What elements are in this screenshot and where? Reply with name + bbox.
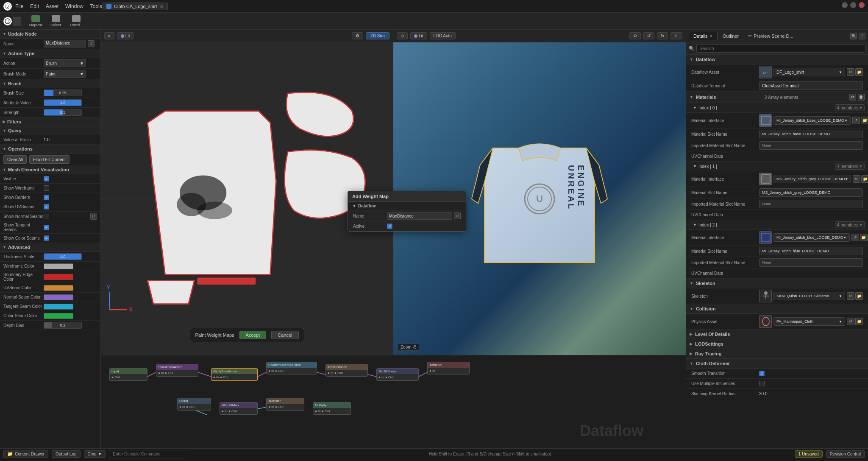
boundary-color-swatch[interactable] <box>44 274 73 280</box>
brush-header[interactable]: ▼ Brush <box>0 79 100 88</box>
node-b2[interactable]: WeightMap ● In ● Out <box>220 402 258 415</box>
dataflow-open-button[interactable]: 📁 <box>855 68 863 76</box>
strength-slider[interactable]: 0.5 <box>44 109 82 116</box>
normal-seam-color-swatch[interactable] <box>44 294 73 300</box>
mat-index-1-dropdown[interactable]: 4 members▼ <box>835 163 865 170</box>
node-7[interactable]: Terminal ● In <box>427 362 470 374</box>
query-header[interactable]: ▼ Query <box>0 126 100 135</box>
clear-all-button[interactable]: Clear All <box>3 155 27 164</box>
tab-close-icon[interactable]: ✕ <box>160 4 163 9</box>
depth-bias-slider[interactable]: 0.2 <box>44 322 82 329</box>
multi-influences-checkbox[interactable] <box>759 381 765 386</box>
cloth-deformer-header[interactable]: ▼ Cloth Deformer <box>686 359 868 369</box>
add-weight-active-checkbox[interactable]: ✓ <box>387 224 392 229</box>
menu-asset[interactable]: Asset <box>46 3 58 9</box>
output-log-button[interactable]: Output Log <box>52 450 80 458</box>
details-search-input[interactable] <box>696 44 865 53</box>
node-b1[interactable]: Blend ● In ● Out <box>177 398 211 411</box>
mat0-browse-button[interactable]: ↺ <box>852 117 860 124</box>
uv-settings-button[interactable]: ⚙ <box>352 32 363 39</box>
node-b3[interactable]: Transfer ● In ● Out <box>266 398 304 411</box>
show-uvseams-checkbox[interactable]: ✓ <box>44 204 49 210</box>
dataflow-section-header[interactable]: ▼ Dataflow <box>686 55 868 64</box>
wireframe-color-swatch[interactable] <box>44 263 73 269</box>
mat1-open-button[interactable]: 📁 <box>861 175 868 183</box>
node-5[interactable]: MaxDistance ● In ● Out <box>326 364 368 377</box>
3d-menu-button[interactable]: ⊙ <box>397 32 408 39</box>
dataflow-asset-dropdown[interactable]: DF_Logo_shirt ▼ <box>773 68 845 76</box>
show-normal-seams-checkbox[interactable] <box>44 214 49 219</box>
tab-preview[interactable]: ✏ Preview Scene D... <box>744 32 798 40</box>
mesh-viz-header[interactable]: ▼ Mesh Element Visualization <box>0 165 100 174</box>
3d-lit-button[interactable]: Lit <box>410 32 427 39</box>
mat2-imported-input[interactable]: None <box>759 258 863 267</box>
editor-tab[interactable]: Cloth CA_Logo_shirt ✕ <box>102 3 168 10</box>
thickness-slider[interactable]: 1.0 <box>44 253 82 260</box>
panel-search-icon[interactable]: 🔍 <box>850 33 857 39</box>
tangent-seam-color-swatch[interactable] <box>44 304 73 310</box>
update-node-header[interactable]: ▼ Update Node <box>0 30 100 39</box>
physics-dropdown[interactable]: PA_Mannequin_Cloth ▼ <box>773 317 845 326</box>
attr-value-slider[interactable]: 1.0 <box>44 99 82 106</box>
mat2-browse-button[interactable]: ↺ <box>851 234 859 241</box>
node-6[interactable]: SetStiffness ● In ● Out <box>376 368 419 381</box>
materials-refresh-button[interactable]: ⟳ <box>849 94 856 101</box>
skeleton-open-button[interactable]: 📁 <box>855 292 863 300</box>
revision-control-button[interactable]: Revision Control <box>826 450 865 458</box>
visible-checkbox[interactable]: ✓ <box>44 176 49 182</box>
uv-2d-sim-button[interactable]: 2D Sim <box>366 32 389 39</box>
show-color-seams-checkbox[interactable]: ✓ <box>44 235 49 241</box>
lod-settings-header[interactable]: ▶ LODSettings <box>686 339 868 349</box>
cancel-button[interactable]: Cancel <box>271 331 298 339</box>
3d-undo-button[interactable]: ↺ <box>643 32 654 39</box>
3d-redo-button[interactable]: ↻ <box>657 32 668 39</box>
menu-edit[interactable]: Edit <box>30 3 39 9</box>
mat-index-0-dropdown[interactable]: 4 members▼ <box>835 104 865 111</box>
skeleton-section-header[interactable]: ▼ Skeleton <box>686 279 868 288</box>
uvseam-color-swatch[interactable] <box>44 285 73 291</box>
select-button[interactable]: Select <box>48 14 64 28</box>
show-wireframe-checkbox[interactable] <box>44 185 49 191</box>
materials-delete-button[interactable]: 🗑 <box>858 94 865 101</box>
normal-seams-reset-button[interactable]: ↺ <box>90 213 97 220</box>
action-type-header[interactable]: ▼ Action Type <box>0 49 100 58</box>
mat2-slot-input[interactable]: MI_Jersey_stitch_blue_LOOSE_DEMO <box>759 247 863 255</box>
mat1-browse-button[interactable]: ↺ <box>853 175 860 183</box>
tab-details-close[interactable]: ✕ <box>709 34 713 38</box>
menu-file[interactable]: File <box>15 3 23 9</box>
tab-details[interactable]: Details ✕ <box>689 32 718 40</box>
name-reset-button[interactable]: ↺ <box>88 40 95 47</box>
menu-window[interactable]: Window <box>65 3 83 9</box>
show-borders-checkbox[interactable]: ✓ <box>44 195 49 200</box>
console-command-input[interactable] <box>109 450 185 458</box>
mat-index-1-header[interactable]: ▼ Index [ 1 ] 4 members▼ <box>686 162 868 171</box>
mat1-imported-input[interactable]: None <box>759 200 863 208</box>
mat0-slot-input[interactable]: MI_Jersey_stitch_base_LOOSE_DEMO <box>759 130 863 138</box>
mapprint-button[interactable]: MapPnt <box>26 14 45 28</box>
operations-header[interactable]: ▼ Operations <box>0 145 100 154</box>
show-tangent-seams-checkbox[interactable]: ✓ <box>44 225 49 230</box>
content-drawer-button[interactable]: 📁 Content Drawer <box>3 450 48 458</box>
mat-index-2-header[interactable]: ▼ Index [ 2 ] 4 members▼ <box>686 220 868 230</box>
mat2-open-button[interactable]: 📁 <box>860 234 868 241</box>
lod-section-header[interactable]: ▶ Level Of Details <box>686 330 868 339</box>
uv-menu-button[interactable]: ≡ <box>104 32 114 39</box>
mat-index-2-dropdown[interactable]: 4 members▼ <box>835 221 865 228</box>
physics-browse-button[interactable]: ↺ <box>847 318 854 325</box>
smooth-transition-checkbox[interactable]: ✓ <box>759 371 765 376</box>
mat-index-0-header[interactable]: ▼ Index [ 0 ] 4 members▼ <box>686 103 868 113</box>
uv-lit-button[interactable]: Lit <box>117 32 134 39</box>
dataflow-browse-button[interactable]: ↺ <box>847 68 854 76</box>
transform-button[interactable]: Transf... <box>67 14 86 28</box>
save-icon[interactable] <box>13 17 21 25</box>
flood-fill-button[interactable]: Flood Fill Current <box>29 155 70 164</box>
mat2-interface-dropdown[interactable]: MI_Jersey_stitch_blue_LOOSE_DEMO ▼ <box>773 233 850 242</box>
3d-settings-button[interactable]: ⚙ <box>629 32 641 39</box>
mat0-interface-dropdown[interactable]: MI_Jersey_stitch_base_LOOSE_DEMO ▼ <box>773 116 851 125</box>
advanced-header[interactable]: ▼ Advanced <box>0 243 100 252</box>
name-input[interactable]: MaxDistance <box>44 40 86 47</box>
brush-size-slider[interactable]: 0.25 <box>44 89 82 96</box>
node-3[interactable]: GettySimulation ● In ● Out <box>211 368 258 381</box>
add-weight-name-input[interactable] <box>387 212 452 220</box>
3d-lod-button[interactable]: LOD Auto <box>430 32 456 39</box>
